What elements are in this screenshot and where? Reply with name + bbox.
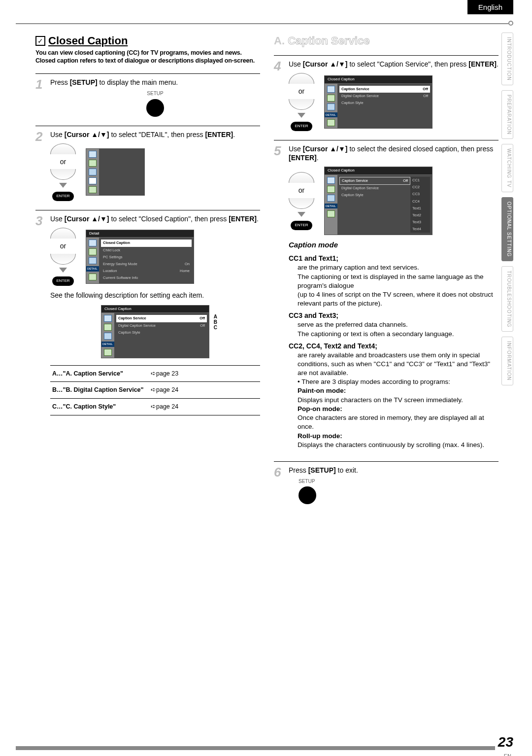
menu-title: Closed Caption <box>325 167 432 175</box>
menu-row: Caption Style <box>339 100 430 106</box>
t: Once characters are stored in memory, th… <box>298 413 499 431</box>
step1-key: [SETUP] <box>70 78 98 86</box>
menu-icon <box>327 119 335 126</box>
k: [Cursor ▲/▼] <box>65 131 109 138</box>
cursor-up-icon <box>289 73 314 84</box>
cursor-up-icon <box>50 228 76 239</box>
menu-screenshot-abc: Closed Caption DETAIL <box>101 305 209 358</box>
cm-b: are rarely available and broadcasters us… <box>298 351 499 449</box>
step-number: 3 <box>35 214 46 415</box>
menu-icon <box>89 160 97 167</box>
t: serve as the preferred data channels. <box>298 321 408 328</box>
arrow-down-icon <box>298 113 305 118</box>
k: [SETUP] <box>308 466 336 474</box>
sub-note: See the following description for settin… <box>50 291 260 300</box>
right-column: A. Caption Service 4 Use [Cursor ▲/▼] to… <box>274 34 499 513</box>
step-1: 1 Press [SETUP] to display the main menu… <box>35 73 260 125</box>
section-heading-a: A. Caption Service <box>274 34 499 47</box>
p: page 23 <box>156 370 178 377</box>
menu-title: Closed Caption <box>101 306 209 313</box>
t: to select "DETAIL", then press <box>109 131 205 138</box>
l: PC Settings <box>103 255 123 260</box>
step-2: 2 Use [Cursor ▲/▼] to select "DETAIL", t… <box>35 126 260 210</box>
k: [Cursor ▲/▼] <box>65 215 109 223</box>
t: Use <box>50 131 65 138</box>
page-footer: 23 EN <box>0 746 513 750</box>
menu-icon <box>104 315 112 322</box>
l: Location <box>103 269 117 274</box>
l: Caption Style <box>341 193 364 198</box>
arrow-down-icon <box>59 268 67 273</box>
setup-button-icon <box>299 486 316 504</box>
k: [ENTER] <box>289 154 317 162</box>
opt: Text3 <box>410 219 430 226</box>
step1-text2: to display the main menu. <box>98 78 178 86</box>
caption-mode-block: CC1 and Text1; are the primary caption a… <box>289 254 499 449</box>
t: to select the desired closed caption, th… <box>348 145 494 153</box>
k: A… <box>52 370 63 377</box>
menu-icon <box>327 186 335 193</box>
cursor-down-icon <box>289 99 314 110</box>
k: [ENTER] <box>205 131 233 138</box>
heading-text: Caption Service <box>288 34 369 47</box>
p: page 24 <box>156 403 178 410</box>
l: Digital Caption Service <box>118 323 156 328</box>
setup-button-label: SETUP <box>147 90 163 97</box>
t: There are 3 display modes according to p… <box>301 378 450 385</box>
menu-row: Caption ServiceOff <box>116 315 207 322</box>
arrow-down-icon <box>59 183 67 188</box>
page-arrow-icon: ➪ <box>151 386 156 394</box>
l: Caption Service <box>342 178 368 183</box>
opt: CC2 <box>410 184 430 191</box>
or-label: or <box>60 157 66 167</box>
menu-icon <box>104 333 112 340</box>
step-3: 3 Use [Cursor ▲/▼] to select "Closed Cap… <box>35 210 260 424</box>
step-number: 4 <box>274 60 285 131</box>
l: Child Lock <box>103 248 120 253</box>
arrow-down-icon <box>298 212 305 217</box>
enter-button-icon: ENTER <box>52 192 73 201</box>
t: to select "Closed Caption", then press <box>109 215 229 223</box>
l: Caption Service <box>341 87 369 92</box>
r: Off <box>200 323 205 328</box>
opt: CC3 <box>410 191 430 198</box>
menu-row: Caption Style <box>116 329 207 336</box>
menu-row: Closed Caption <box>101 240 192 246</box>
t: to exit. <box>336 466 358 474</box>
detail-label: DETAIL <box>325 204 337 208</box>
opt: Text2 <box>410 212 430 219</box>
t: The captioning or text is displayed in t… <box>298 273 484 289</box>
step-number: 6 <box>274 466 285 504</box>
label-b: B <box>214 319 217 325</box>
detail-label: DETAIL <box>101 342 114 346</box>
t: . <box>257 215 259 223</box>
ref-row: C…"C. Caption Style" ➪ page 24 <box>50 398 260 415</box>
p: page 24 <box>156 386 178 393</box>
menu-row: Current Software Info <box>101 275 192 281</box>
menu-icon <box>89 151 97 158</box>
heading-prefix: A. <box>274 34 285 47</box>
cursor-up-icon <box>289 172 314 183</box>
cursor-down-icon <box>50 254 76 265</box>
t: Press <box>289 466 308 474</box>
t: "A. Caption Service" <box>63 370 123 377</box>
r: On <box>185 262 190 267</box>
k: [Cursor ▲/▼] <box>303 145 348 153</box>
or-label: or <box>60 241 66 251</box>
t: to select "Caption Service", then press <box>348 60 469 68</box>
l: Current Software Info <box>103 275 138 280</box>
header-dot-icon <box>508 21 513 26</box>
menu-icon <box>89 240 97 246</box>
menu-row: Caption ServiceOff <box>339 177 410 185</box>
cm-h1: CC1 and Text1; <box>289 254 499 263</box>
menu-title: Detail <box>86 230 194 238</box>
menu-screenshot-caption-options: Closed Caption DETAIL <box>324 167 432 235</box>
l: Caption Style <box>341 101 364 105</box>
menu-row: Child Lock <box>101 247 192 254</box>
menu-screenshot-detail: Detail DETAIL Closed C <box>86 230 194 284</box>
menu-screenshot-minimal <box>86 148 145 196</box>
menu-title: Closed Caption <box>325 76 432 84</box>
k: [ENTER] <box>468 60 497 68</box>
or-label: or <box>299 87 304 96</box>
opt: CC4 <box>410 198 430 205</box>
